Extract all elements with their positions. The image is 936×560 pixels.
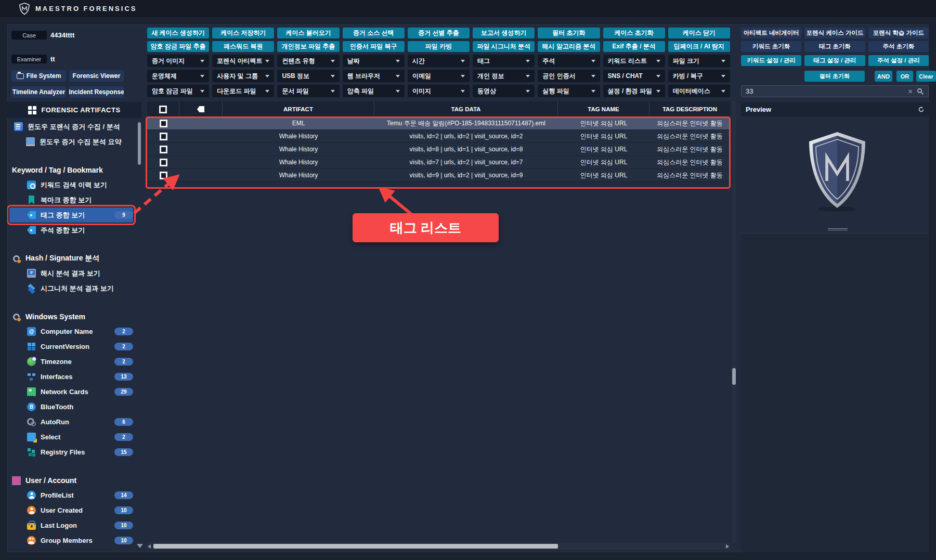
sidebar-group-3[interactable]: Windows System (7, 309, 141, 324)
table-row[interactable]: Whale Historyvisits, id=2 | urls, id=2 |… (147, 130, 730, 143)
sidebar-item[interactable]: Interfaces13 (9, 369, 133, 384)
sidebar-item[interactable]: User Created10 (9, 503, 133, 518)
filter-dropdown[interactable]: 카빙 / 복구 (668, 70, 730, 82)
horizontal-scrollbar-thumb[interactable] (153, 544, 558, 549)
filter-reset-button[interactable]: 필터 초기화 (804, 71, 865, 82)
table-scrollbar-track[interactable] (732, 101, 736, 543)
filter-dropdown[interactable]: SNS / CHAT (603, 70, 665, 82)
refresh-icon[interactable] (918, 106, 925, 113)
sidebar-item[interactable]: AutoRun6 (9, 414, 133, 429)
select-all-checkbox[interactable] (159, 106, 167, 113)
filter-dropdown[interactable]: 웹 브라우저 (343, 70, 405, 82)
sidebar-item[interactable]: Select2 (9, 429, 133, 445)
artifact-column-header[interactable]: ARTIFACT (223, 101, 374, 117)
right-panel-button[interactable]: 태그 초기화 (804, 41, 865, 52)
filter-dropdown[interactable]: 동영상 (473, 85, 535, 97)
sidebar-item[interactable]: CurrentVersion2 (9, 339, 133, 354)
row-checkbox[interactable] (160, 120, 167, 127)
sidebar-scrollbar-thumb[interactable] (138, 122, 141, 165)
sidebar-item[interactable]: BlueTooth (9, 399, 133, 414)
toolbar-action-button[interactable]: 증거 선별 추출 (408, 28, 470, 38)
toolbar-action-button[interactable]: 딥페이크 / AI 탐지 (668, 41, 730, 52)
filter-dropdown[interactable]: 설정 / 환경 파일 (603, 85, 665, 97)
filter-dropdown[interactable]: 파일 크기 (668, 55, 730, 67)
nav-button[interactable]: File System (11, 70, 66, 82)
filter-dropdown[interactable]: 암호 잠금 파일 (147, 85, 209, 97)
sidebar-item[interactable]: Network Cards29 (9, 384, 133, 399)
toolbar-action-button[interactable]: 필터 초기화 (538, 28, 600, 38)
clear-button[interactable]: Clear (916, 71, 936, 82)
right-panel-button[interactable]: 주석 초기화 (868, 41, 929, 52)
sidebar-item[interactable]: Computer Name2 (9, 324, 133, 339)
row-checkbox[interactable] (160, 172, 167, 179)
row-checkbox[interactable] (160, 146, 167, 153)
table-row[interactable]: EMLTemu 주문 배송 알림(#PO-185-194833111507114… (147, 117, 730, 130)
toolbar-action-button[interactable]: 케이스 닫기 (668, 28, 730, 38)
sidebar-item[interactable]: 주석 종합 보기 (9, 223, 133, 238)
filter-dropdown[interactable]: 운영체제 (147, 70, 209, 82)
filter-dropdown[interactable]: 개인 정보 (473, 70, 535, 82)
right-panel-button[interactable]: 태그 설정 / 관리 (804, 55, 865, 66)
filter-dropdown[interactable]: USB 정보 (277, 70, 339, 82)
sidebar-item[interactable]: 해시 분석 결과 보기 (9, 266, 133, 281)
sidebar-item[interactable]: ProfileList14 (9, 488, 133, 503)
filter-dropdown[interactable]: 실행 파일 (538, 85, 600, 97)
right-panel-button[interactable]: 포렌식 학습 가이드 (868, 28, 929, 38)
and-button[interactable]: AND (875, 71, 892, 82)
filter-dropdown[interactable]: 날짜 (343, 55, 405, 67)
sidebar-scroll-down-icon[interactable] (137, 544, 143, 548)
toolbar-action-button[interactable]: 패스워드 복원 (212, 41, 274, 52)
table-scrollbar-thumb[interactable] (732, 368, 736, 385)
toolbar-action-button[interactable]: 새 케이스 생성하기 (147, 28, 209, 38)
sidebar-group-0[interactable]: 윈도우 포렌식 증거 수집 / 분석 (9, 119, 133, 134)
nav-button[interactable]: Forensic Viewer (69, 70, 124, 82)
sidebar-item[interactable]: 키워드 검색 이력 보기 (9, 177, 133, 192)
tag-description-column-header[interactable]: TAG DESCRIPTION (649, 101, 730, 117)
nav-button[interactable]: Timeline Analyzer (11, 86, 66, 98)
sidebar-item[interactable]: 북마크 종합 보기 (9, 192, 133, 207)
scroll-right-icon[interactable] (726, 544, 729, 549)
filter-dropdown[interactable]: 키워드 리스트 (603, 55, 665, 67)
toolbar-action-button[interactable]: 케이스 불러오기 (277, 28, 339, 38)
filter-dropdown[interactable]: 컨텐츠 유형 (277, 55, 339, 67)
sidebar-item[interactable]: 시그니처 분석 결과 보기 (9, 281, 133, 296)
filter-dropdown[interactable]: 이미지 (408, 85, 470, 97)
toolbar-action-button[interactable]: 해시 알고리즘 분석 (538, 41, 600, 52)
sidebar-item[interactable]: Group Members10 (9, 533, 133, 548)
right-panel-button[interactable]: 주석 설정 / 관리 (868, 55, 929, 66)
right-panel-button[interactable]: 키워드 초기화 (741, 41, 801, 52)
scroll-left-icon[interactable] (148, 544, 151, 549)
toolbar-action-button[interactable]: Exif 추출 / 분석 (603, 41, 665, 52)
row-checkbox[interactable] (160, 159, 167, 166)
sidebar-item[interactable]: Registry Files15 (9, 445, 133, 460)
sidebar-group-4[interactable]: User / Account (7, 473, 141, 488)
right-panel-button[interactable]: 포렌식 케이스 가이드 (804, 28, 865, 38)
right-panel-button[interactable]: 키워드 설정 / 관리 (741, 55, 801, 66)
right-panel-button[interactable]: 아티팩트 네비게이터 (741, 28, 801, 38)
table-row[interactable]: Whale Historyvisits, id=7 | urls, id=2 |… (147, 156, 730, 169)
filter-dropdown[interactable]: 포렌식 아티팩트 (212, 55, 274, 67)
sidebar-item[interactable]: Last Logon10 (9, 518, 133, 533)
filter-dropdown[interactable]: 압축 파일 (343, 85, 405, 97)
clear-search-icon[interactable] (908, 87, 913, 95)
toolbar-action-button[interactable]: 암호 잠금 파일 추출 (147, 41, 209, 52)
filter-dropdown[interactable]: 공인 인증서 (538, 70, 600, 82)
toolbar-action-button[interactable]: 개인정보 파일 추출 (277, 41, 339, 52)
toolbar-action-button[interactable]: 인증서 파일 복구 (343, 41, 405, 52)
tag-data-column-header[interactable]: TAG DATA (374, 101, 558, 117)
table-row[interactable]: Whale Historyvisits, id=9 | urls, id=2 |… (147, 169, 730, 182)
sidebar-item[interactable]: 윈도우 증거 수집 분석 요약 (9, 134, 133, 149)
toolbar-action-button[interactable]: 케이스 초기화 (603, 28, 665, 38)
filter-dropdown[interactable]: 증거 이미지 (147, 55, 209, 67)
sidebar-item[interactable]: 태그 종합 보기9 (9, 207, 133, 223)
row-checkbox[interactable] (160, 133, 167, 140)
table-row[interactable]: Whale Historyvisits, id=8 | urls, id=1 |… (147, 143, 730, 156)
nav-button[interactable]: Incident Response (69, 86, 124, 98)
toolbar-action-button[interactable]: 케이스 저장하기 (212, 28, 274, 38)
toolbar-action-button[interactable]: 증거 소스 선택 (343, 28, 405, 38)
sidebar-group-1[interactable]: Keyword / Tag / Bookmark (7, 163, 141, 177)
filter-dropdown[interactable]: 이메일 (408, 70, 470, 82)
filter-dropdown[interactable]: 문서 파일 (277, 85, 339, 97)
sidebar-group-2[interactable]: Hash / Signature 분석 (7, 251, 141, 266)
toolbar-action-button[interactable]: 파일 시그니처 분석 (473, 41, 535, 52)
